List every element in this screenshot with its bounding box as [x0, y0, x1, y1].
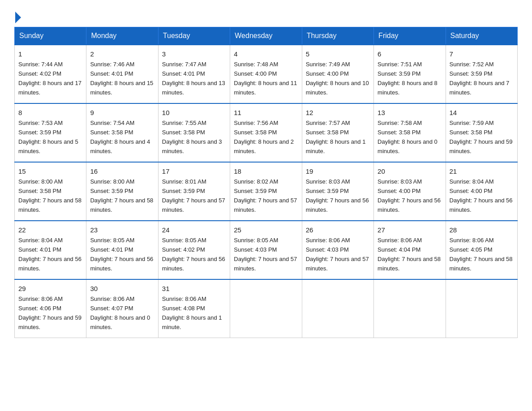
day-number: 11: [234, 107, 298, 118]
calendar-cell: 29Sunrise: 8:06 AMSunset: 4:06 PMDayligh…: [15, 279, 86, 338]
calendar-cell: 26Sunrise: 8:06 AMSunset: 4:03 PMDayligh…: [302, 221, 373, 279]
calendar-cell: 25Sunrise: 8:05 AMSunset: 4:03 PMDayligh…: [230, 221, 302, 279]
day-number: 13: [378, 107, 442, 118]
day-info: Sunrise: 8:05 AMSunset: 4:03 PMDaylight:…: [234, 237, 297, 272]
day-number: 3: [162, 49, 226, 59]
calendar-week-3: 15Sunrise: 8:00 AMSunset: 3:58 PMDayligh…: [15, 162, 518, 221]
calendar-week-1: 1Sunrise: 7:44 AMSunset: 4:02 PMDaylight…: [15, 45, 518, 103]
day-info: Sunrise: 8:03 AMSunset: 4:00 PMDaylight:…: [378, 178, 441, 213]
day-info: Sunrise: 8:00 AMSunset: 3:58 PMDaylight:…: [18, 178, 82, 213]
weekday-header-friday: Friday: [374, 27, 446, 45]
calendar-cell: [374, 279, 446, 338]
day-number: 26: [306, 225, 370, 235]
logo-triangle-icon: [15, 12, 21, 23]
day-number: 30: [90, 283, 154, 294]
day-number: 29: [18, 283, 82, 294]
day-info: Sunrise: 8:06 AMSunset: 4:08 PMDaylight:…: [162, 295, 222, 330]
day-info: Sunrise: 8:00 AMSunset: 3:59 PMDaylight:…: [90, 178, 153, 213]
calendar-cell: 8Sunrise: 7:53 AMSunset: 3:59 PMDaylight…: [15, 103, 86, 162]
day-info: Sunrise: 8:05 AMSunset: 4:01 PMDaylight:…: [90, 237, 153, 272]
day-number: 15: [18, 166, 82, 176]
day-number: 20: [378, 166, 442, 176]
day-number: 8: [18, 107, 82, 118]
day-info: Sunrise: 7:55 AMSunset: 3:58 PMDaylight:…: [162, 120, 222, 154]
calendar-cell: 19Sunrise: 8:03 AMSunset: 3:59 PMDayligh…: [302, 162, 373, 221]
day-number: 12: [306, 107, 370, 118]
day-number: 25: [234, 225, 298, 235]
calendar-cell: 12Sunrise: 7:57 AMSunset: 3:58 PMDayligh…: [302, 103, 373, 162]
day-number: 16: [90, 166, 154, 176]
calendar-cell: [302, 279, 373, 338]
day-number: 10: [162, 107, 226, 118]
day-number: 18: [234, 166, 298, 176]
day-info: Sunrise: 7:47 AMSunset: 4:01 PMDaylight:…: [162, 61, 225, 96]
calendar-cell: 21Sunrise: 8:04 AMSunset: 4:00 PMDayligh…: [446, 162, 517, 221]
day-number: 7: [450, 49, 514, 59]
calendar-cell: 15Sunrise: 8:00 AMSunset: 3:58 PMDayligh…: [15, 162, 86, 221]
day-number: 14: [450, 107, 514, 118]
calendar-cell: 22Sunrise: 8:04 AMSunset: 4:01 PMDayligh…: [15, 221, 86, 279]
calendar-cell: 27Sunrise: 8:06 AMSunset: 4:04 PMDayligh…: [374, 221, 446, 279]
day-info: Sunrise: 8:04 AMSunset: 4:01 PMDaylight:…: [18, 237, 82, 272]
calendar-cell: 31Sunrise: 8:06 AMSunset: 4:08 PMDayligh…: [158, 279, 230, 338]
day-info: Sunrise: 7:57 AMSunset: 3:58 PMDaylight:…: [306, 120, 366, 154]
day-info: Sunrise: 8:03 AMSunset: 3:59 PMDaylight:…: [306, 178, 369, 213]
day-info: Sunrise: 7:49 AMSunset: 4:00 PMDaylight:…: [306, 61, 369, 96]
day-info: Sunrise: 7:46 AMSunset: 4:01 PMDaylight:…: [90, 61, 153, 96]
calendar-week-5: 29Sunrise: 8:06 AMSunset: 4:06 PMDayligh…: [15, 279, 518, 338]
calendar-cell: 9Sunrise: 7:54 AMSunset: 3:58 PMDaylight…: [86, 103, 158, 162]
day-number: 27: [378, 225, 442, 235]
calendar-cell: 6Sunrise: 7:51 AMSunset: 3:59 PMDaylight…: [374, 45, 446, 103]
day-number: 6: [378, 49, 442, 59]
day-info: Sunrise: 8:04 AMSunset: 4:00 PMDaylight:…: [450, 178, 513, 213]
day-number: 28: [450, 225, 514, 235]
weekday-header-sunday: Sunday: [15, 27, 86, 45]
calendar-cell: 18Sunrise: 8:02 AMSunset: 3:59 PMDayligh…: [230, 162, 302, 221]
calendar-cell: 13Sunrise: 7:58 AMSunset: 3:58 PMDayligh…: [374, 103, 446, 162]
day-info: Sunrise: 8:06 AMSunset: 4:03 PMDaylight:…: [306, 237, 369, 272]
calendar-week-2: 8Sunrise: 7:53 AMSunset: 3:59 PMDaylight…: [15, 103, 518, 162]
calendar-cell: 23Sunrise: 8:05 AMSunset: 4:01 PMDayligh…: [86, 221, 158, 279]
day-info: Sunrise: 7:54 AMSunset: 3:58 PMDaylight:…: [90, 120, 150, 154]
day-info: Sunrise: 7:59 AMSunset: 3:58 PMDaylight:…: [450, 120, 513, 154]
day-number: 4: [234, 49, 298, 59]
day-info: Sunrise: 7:51 AMSunset: 3:59 PMDaylight:…: [378, 61, 438, 96]
calendar-cell: [446, 279, 517, 338]
day-info: Sunrise: 7:58 AMSunset: 3:58 PMDaylight:…: [378, 120, 438, 154]
calendar-cell: 11Sunrise: 7:56 AMSunset: 3:58 PMDayligh…: [230, 103, 302, 162]
weekday-header-saturday: Saturday: [446, 27, 517, 45]
day-info: Sunrise: 8:06 AMSunset: 4:06 PMDaylight:…: [18, 295, 82, 330]
weekday-header-monday: Monday: [86, 27, 158, 45]
day-info: Sunrise: 8:01 AMSunset: 3:59 PMDaylight:…: [162, 178, 225, 213]
calendar-header: SundayMondayTuesdayWednesdayThursdayFrid…: [15, 27, 518, 45]
page-header: [14, 11, 518, 22]
day-info: Sunrise: 8:06 AMSunset: 4:05 PMDaylight:…: [450, 237, 513, 272]
calendar-cell: 28Sunrise: 8:06 AMSunset: 4:05 PMDayligh…: [446, 221, 517, 279]
calendar-cell: 17Sunrise: 8:01 AMSunset: 3:59 PMDayligh…: [158, 162, 230, 221]
day-info: Sunrise: 8:02 AMSunset: 3:59 PMDaylight:…: [234, 178, 297, 213]
day-number: 19: [306, 166, 370, 176]
weekday-header-tuesday: Tuesday: [158, 27, 230, 45]
calendar-cell: 5Sunrise: 7:49 AMSunset: 4:00 PMDaylight…: [302, 45, 373, 103]
day-info: Sunrise: 7:52 AMSunset: 3:59 PMDaylight:…: [450, 61, 510, 96]
calendar-cell: 2Sunrise: 7:46 AMSunset: 4:01 PMDaylight…: [86, 45, 158, 103]
day-info: Sunrise: 7:56 AMSunset: 3:58 PMDaylight:…: [234, 120, 294, 154]
day-info: Sunrise: 8:06 AMSunset: 4:04 PMDaylight:…: [378, 237, 441, 272]
day-number: 22: [18, 225, 82, 235]
calendar-cell: 7Sunrise: 7:52 AMSunset: 3:59 PMDaylight…: [446, 45, 517, 103]
day-info: Sunrise: 8:05 AMSunset: 4:02 PMDaylight:…: [162, 237, 225, 272]
calendar-cell: 10Sunrise: 7:55 AMSunset: 3:58 PMDayligh…: [158, 103, 230, 162]
day-number: 1: [18, 49, 82, 59]
day-number: 21: [450, 166, 514, 176]
calendar-cell: 1Sunrise: 7:44 AMSunset: 4:02 PMDaylight…: [15, 45, 86, 103]
day-info: Sunrise: 8:06 AMSunset: 4:07 PMDaylight:…: [90, 295, 150, 330]
day-number: 24: [162, 225, 226, 235]
calendar-week-4: 22Sunrise: 8:04 AMSunset: 4:01 PMDayligh…: [15, 221, 518, 279]
day-info: Sunrise: 7:48 AMSunset: 4:00 PMDaylight:…: [234, 61, 297, 96]
calendar-cell: 20Sunrise: 8:03 AMSunset: 4:00 PMDayligh…: [374, 162, 446, 221]
day-number: 5: [306, 49, 370, 59]
calendar-body: 1Sunrise: 7:44 AMSunset: 4:02 PMDaylight…: [15, 45, 518, 338]
calendar-cell: 16Sunrise: 8:00 AMSunset: 3:59 PMDayligh…: [86, 162, 158, 221]
calendar-cell: 3Sunrise: 7:47 AMSunset: 4:01 PMDaylight…: [158, 45, 230, 103]
day-number: 23: [90, 225, 154, 235]
